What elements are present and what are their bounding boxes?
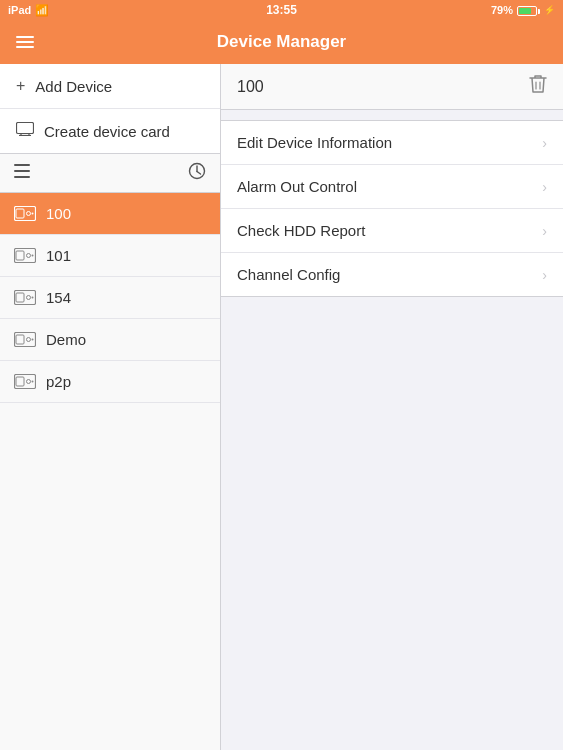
svg-point-17 (32, 255, 34, 257)
battery-percent: 79% (491, 4, 513, 16)
create-device-card-label: Create device card (44, 123, 170, 140)
plus-icon: + (16, 77, 25, 95)
dvr-icon-154 (14, 290, 36, 305)
status-time: 13:55 (266, 3, 297, 17)
svg-point-16 (27, 254, 31, 258)
check-hdd-report-item[interactable]: Check HDD Report › (221, 209, 563, 253)
main-layout: + Add Device Create device card (0, 64, 563, 750)
add-device-button[interactable]: + Add Device (0, 64, 220, 109)
create-device-card-button[interactable]: Create device card (0, 109, 220, 153)
right-panel: 100 Edit Device Information › Alarm Out … (221, 64, 563, 750)
add-device-label: Add Device (35, 78, 112, 95)
alarm-out-control-label: Alarm Out Control (237, 178, 357, 195)
svg-point-13 (32, 213, 34, 215)
dvr-icon-p2p (14, 374, 36, 389)
device-item-p2p[interactable]: p2p (0, 361, 220, 403)
status-right: 79% ⚡ (491, 4, 555, 16)
alarm-out-control-item[interactable]: Alarm Out Control › (221, 165, 563, 209)
trash-button[interactable] (529, 74, 547, 99)
dvr-icon-100 (14, 206, 36, 221)
chevron-right-icon-0: › (542, 135, 547, 151)
svg-point-21 (32, 297, 34, 299)
device-label-101: 101 (46, 247, 71, 264)
right-header: 100 (221, 64, 563, 110)
device-item-demo[interactable]: Demo (0, 319, 220, 361)
carrier-label: iPad (8, 4, 31, 16)
svg-point-24 (27, 338, 31, 342)
device-label-100: 100 (46, 205, 71, 222)
edit-device-info-item[interactable]: Edit Device Information › (221, 121, 563, 165)
check-hdd-report-label: Check HDD Report (237, 222, 365, 239)
right-menu: Edit Device Information › Alarm Out Cont… (221, 120, 563, 297)
sidebar-top-actions: + Add Device Create device card (0, 64, 220, 154)
card-icon (16, 122, 34, 140)
svg-rect-5 (14, 170, 30, 172)
chevron-right-icon-1: › (542, 179, 547, 195)
status-bar: iPad 📶 13:55 79% ⚡ (0, 0, 563, 20)
svg-line-9 (197, 172, 201, 175)
device-label-154: 154 (46, 289, 71, 306)
svg-rect-19 (16, 293, 24, 302)
svg-rect-23 (16, 335, 24, 344)
dvr-icon-demo (14, 332, 36, 347)
channel-config-item[interactable]: Channel Config › (221, 253, 563, 296)
device-label-p2p: p2p (46, 373, 71, 390)
nav-bar: Device Manager (0, 20, 563, 64)
svg-point-25 (32, 339, 34, 341)
svg-point-12 (27, 212, 31, 216)
svg-point-29 (32, 381, 34, 383)
chevron-right-icon-3: › (542, 267, 547, 283)
svg-rect-6 (14, 176, 30, 178)
status-left: iPad 📶 (8, 4, 49, 17)
wifi-icon: 📶 (35, 4, 49, 17)
battery-icon (517, 4, 540, 16)
svg-rect-11 (16, 209, 24, 218)
dvr-icon-101 (14, 248, 36, 263)
list-icon[interactable] (14, 164, 30, 182)
svg-rect-0 (17, 123, 34, 134)
chevron-right-icon-2: › (542, 223, 547, 239)
device-item-154[interactable]: 154 (0, 277, 220, 319)
charge-icon: ⚡ (544, 5, 555, 15)
edit-device-info-label: Edit Device Information (237, 134, 392, 151)
svg-point-20 (27, 296, 31, 300)
nav-title: Device Manager (217, 32, 346, 52)
device-item-101[interactable]: 101 (0, 235, 220, 277)
history-icon[interactable] (188, 162, 206, 184)
svg-rect-15 (16, 251, 24, 260)
device-list: 100 101 (0, 193, 220, 750)
device-item-100[interactable]: 100 (0, 193, 220, 235)
svg-point-28 (27, 380, 31, 384)
right-panel-title: 100 (237, 78, 264, 96)
channel-config-label: Channel Config (237, 266, 340, 283)
device-label-demo: Demo (46, 331, 86, 348)
sidebar-toolbar (0, 154, 220, 193)
svg-rect-4 (14, 164, 30, 166)
svg-rect-27 (16, 377, 24, 386)
menu-button[interactable] (12, 32, 38, 52)
sidebar: + Add Device Create device card (0, 64, 221, 750)
